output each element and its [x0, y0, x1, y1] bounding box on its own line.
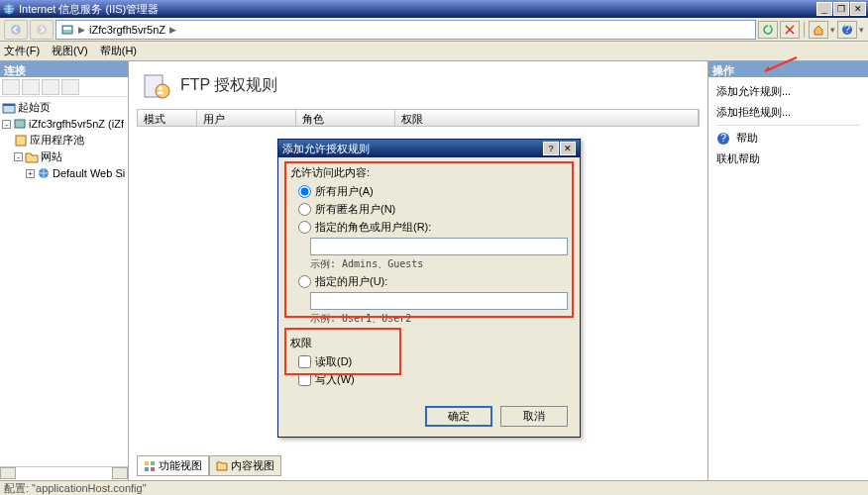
svg-rect-4: [63, 27, 71, 30]
home-button[interactable]: [809, 21, 828, 39]
radio-anon-users[interactable]: 所有匿名用户(N): [298, 202, 568, 217]
tree-start-page[interactable]: 起始页: [2, 99, 126, 116]
content-header: FTP 授权规则: [129, 61, 707, 109]
svg-rect-8: [3, 104, 15, 106]
refresh-button[interactable]: [758, 21, 778, 39]
server-icon: [13, 117, 27, 131]
svg-rect-9: [15, 120, 25, 128]
close-button[interactable]: ✕: [850, 2, 866, 16]
tree-app-pools[interactable]: 应用程序池: [2, 132, 126, 148]
tree-sites[interactable]: - 网站: [2, 148, 126, 165]
address-bar: ▶ iZfc3rgfh5vr5nZ ▶ ▾ ? ▾: [0, 18, 868, 42]
check-read[interactable]: 读取(D): [298, 354, 568, 369]
annotation-arrow: [759, 55, 799, 75]
check-write-input[interactable]: [298, 373, 311, 386]
window-titlebar: Internet 信息服务 (IIS)管理器 _ ❐ ✕: [0, 0, 868, 18]
dialog-help-button[interactable]: ?: [543, 142, 559, 155]
radio-users-input[interactable]: [298, 275, 311, 288]
view-tabs: 功能视图 内容视图: [137, 455, 281, 476]
svg-text:?: ?: [844, 24, 850, 35]
tree-default-site[interactable]: + Default Web Si: [2, 165, 126, 181]
svg-point-14: [159, 86, 163, 90]
iis-icon: [2, 2, 16, 16]
window-title: Internet 信息服务 (IIS)管理器: [19, 2, 816, 17]
connections-toolbar: [0, 77, 128, 97]
ok-button[interactable]: 确定: [425, 406, 492, 427]
check-read-input[interactable]: [298, 355, 311, 368]
globe-icon: [37, 166, 51, 180]
help-button[interactable]: ?: [837, 21, 857, 39]
svg-point-13: [156, 84, 169, 98]
menu-view[interactable]: 视图(V): [52, 44, 88, 58]
svg-rect-10: [16, 136, 26, 146]
svg-rect-17: [145, 467, 149, 471]
permissions-label: 权限: [290, 336, 568, 350]
status-bar: 配置: "applicationHost.config": [0, 480, 868, 495]
col-users[interactable]: 用户: [197, 110, 296, 126]
dialog-title: 添加允许授权规则: [282, 142, 370, 156]
tab-features[interactable]: 功能视图: [137, 455, 209, 476]
cancel-button[interactable]: 取消: [500, 406, 568, 427]
divider: [716, 125, 860, 126]
svg-rect-16: [151, 461, 155, 465]
stop-button[interactable]: [780, 21, 800, 39]
radio-anon-users-input[interactable]: [298, 203, 311, 216]
minimize-button[interactable]: _: [816, 2, 832, 16]
collapse-icon[interactable]: -: [2, 120, 11, 129]
actions-pane: 操作 添加允许规则... 添加拒绝规则... ? 帮助 联机帮助: [707, 61, 868, 480]
scroll-right-button[interactable]: [112, 467, 128, 479]
forward-button[interactable]: [30, 20, 54, 40]
roles-example: 示例: Admins、Guests: [310, 257, 568, 271]
radio-roles-input[interactable]: [298, 221, 311, 234]
check-write[interactable]: 写入(W): [298, 372, 568, 387]
svg-point-2: [37, 25, 47, 35]
access-section-label: 允许访问此内容:: [290, 165, 568, 180]
breadcrumb[interactable]: ▶ iZfc3rgfh5vr5nZ ▶: [55, 20, 756, 40]
connections-header: 连接: [0, 61, 128, 77]
window-controls: _ ❐ ✕: [816, 2, 866, 16]
roles-input[interactable]: [310, 238, 568, 255]
collapse-button[interactable]: [61, 79, 79, 95]
connect-button[interactable]: [2, 79, 20, 95]
save-button[interactable]: [22, 79, 40, 95]
expand-icon[interactable]: +: [26, 169, 35, 178]
restore-button[interactable]: ❐: [833, 2, 849, 16]
page-title: FTP 授权规则: [180, 75, 277, 96]
menu-bar: 文件(F) 视图(V) 帮助(H): [0, 42, 868, 61]
dialog-close-button[interactable]: ✕: [560, 142, 576, 155]
action-online-help[interactable]: 联机帮助: [708, 148, 868, 169]
up-button[interactable]: [42, 79, 59, 95]
menu-help[interactable]: 帮助(H): [100, 44, 137, 58]
folder-icon: [25, 150, 39, 164]
chevron-right-icon: ▶: [78, 25, 85, 35]
scroll-left-button[interactable]: [0, 467, 16, 479]
menu-file[interactable]: 文件(F): [4, 44, 40, 58]
apppool-icon: [14, 134, 28, 148]
radio-all-users-input[interactable]: [298, 185, 311, 198]
radio-all-users[interactable]: 所有用户(A): [298, 184, 568, 199]
connections-tree: 起始页 - iZfc3rgfh5vr5nZ (iZf 应用程序池 - 网站 + …: [0, 97, 128, 466]
action-add-deny-rule[interactable]: 添加拒绝规则...: [708, 102, 868, 123]
collapse-icon[interactable]: -: [14, 152, 23, 161]
col-perms[interactable]: 权限: [395, 110, 699, 126]
svg-text:?: ?: [720, 132, 726, 144]
action-add-allow-rule[interactable]: 添加允许规则...: [708, 81, 868, 102]
svg-point-1: [11, 25, 21, 35]
breadcrumb-node: iZfc3rgfh5vr5nZ: [89, 24, 165, 36]
action-help[interactable]: ? 帮助: [708, 128, 868, 148]
col-mode[interactable]: 模式: [138, 110, 197, 126]
tab-content[interactable]: 内容视图: [209, 455, 281, 476]
radio-users[interactable]: 指定的用户(U):: [298, 274, 568, 289]
users-example: 示例: User1、User2: [310, 312, 568, 326]
dialog-buttons: 确定 取消: [278, 398, 580, 437]
dialog-titlebar: 添加允许授权规则 ? ✕: [278, 140, 580, 157]
help-icon: ?: [716, 132, 730, 146]
features-icon: [144, 460, 156, 472]
back-button[interactable]: [4, 20, 28, 40]
col-roles[interactable]: 角色: [296, 110, 395, 126]
dialog-body: 允许访问此内容: 所有用户(A) 所有匿名用户(N) 指定的角色或用户组(R):…: [278, 157, 580, 398]
users-input[interactable]: [310, 292, 568, 310]
radio-roles[interactable]: 指定的角色或用户组(R):: [298, 220, 568, 235]
svg-rect-15: [145, 461, 149, 465]
tree-server[interactable]: - iZfc3rgfh5vr5nZ (iZf: [2, 116, 126, 132]
